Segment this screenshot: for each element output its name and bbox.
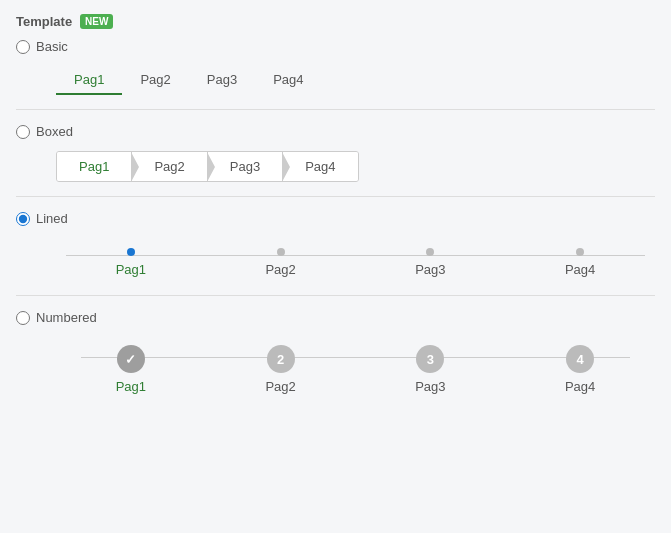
lined-tab-4[interactable]: Pag4 xyxy=(505,248,655,277)
lined-radio[interactable] xyxy=(16,212,30,226)
lined-tab-label-4: Pag4 xyxy=(565,262,595,277)
lined-dot-3 xyxy=(426,248,434,256)
numbered-tab-label-4: Pag4 xyxy=(565,379,595,394)
numbered-tab-label-1: Pag1 xyxy=(116,379,146,394)
basic-section: Basic Pag1 Pag2 Pag3 Pag4 xyxy=(16,39,655,95)
numbered-tab-3[interactable]: 3 Pag3 xyxy=(356,345,506,394)
boxed-tab-3[interactable]: Pag3 xyxy=(208,152,283,181)
lined-tab-3[interactable]: Pag3 xyxy=(356,248,506,277)
basic-tab-1[interactable]: Pag1 xyxy=(56,66,122,95)
boxed-radio[interactable] xyxy=(16,125,30,139)
numbered-label: Numbered xyxy=(36,310,97,325)
lined-tab-label-2: Pag2 xyxy=(265,262,295,277)
numbered-section: Numbered Pag1 2 Pag2 3 Pag3 4 xyxy=(16,310,655,398)
numbered-circle-3: 3 xyxy=(416,345,444,373)
numbered-tab-2[interactable]: 2 Pag2 xyxy=(206,345,356,394)
boxed-tab-1[interactable]: Pag1 xyxy=(57,152,132,181)
lined-tab-2[interactable]: Pag2 xyxy=(206,248,356,277)
boxed-tabs: Pag1 Pag2 Pag3 Pag4 xyxy=(56,151,359,182)
numbered-tab-1[interactable]: Pag1 xyxy=(56,345,206,394)
template-title: Template xyxy=(16,14,72,29)
numbered-tabs: Pag1 2 Pag2 3 Pag3 4 Pag4 xyxy=(56,337,655,398)
numbered-circle-1 xyxy=(117,345,145,373)
lined-dot-4 xyxy=(576,248,584,256)
boxed-tab-2[interactable]: Pag2 xyxy=(132,152,207,181)
boxed-section: Boxed Pag1 Pag2 Pag3 Pag4 xyxy=(16,124,655,182)
numbered-tab-4[interactable]: 4 Pag4 xyxy=(505,345,655,394)
new-badge: NEW xyxy=(80,14,113,29)
basic-tab-4[interactable]: Pag4 xyxy=(255,66,321,95)
lined-label: Lined xyxy=(36,211,68,226)
numbered-tab-label-2: Pag2 xyxy=(265,379,295,394)
numbered-tab-label-3: Pag3 xyxy=(415,379,445,394)
lined-dot-1 xyxy=(127,248,135,256)
lined-tabs: Pag1 Pag2 Pag3 Pag4 xyxy=(56,238,655,281)
lined-tab-label-3: Pag3 xyxy=(415,262,445,277)
basic-tab-3[interactable]: Pag3 xyxy=(189,66,255,95)
basic-label: Basic xyxy=(36,39,68,54)
boxed-tab-4[interactable]: Pag4 xyxy=(283,152,357,181)
divider-2 xyxy=(16,196,655,197)
boxed-label: Boxed xyxy=(36,124,73,139)
divider-1 xyxy=(16,109,655,110)
lined-tab-1[interactable]: Pag1 xyxy=(56,248,206,277)
basic-tabs: Pag1 Pag2 Pag3 Pag4 xyxy=(56,66,655,95)
basic-radio[interactable] xyxy=(16,40,30,54)
numbered-radio[interactable] xyxy=(16,311,30,325)
numbered-circle-4: 4 xyxy=(566,345,594,373)
lined-tab-label-1: Pag1 xyxy=(116,262,146,277)
divider-3 xyxy=(16,295,655,296)
basic-tab-2[interactable]: Pag2 xyxy=(122,66,188,95)
numbered-circle-2: 2 xyxy=(267,345,295,373)
lined-section: Lined Pag1 Pag2 Pag3 Pag4 xyxy=(16,211,655,281)
lined-dot-2 xyxy=(277,248,285,256)
